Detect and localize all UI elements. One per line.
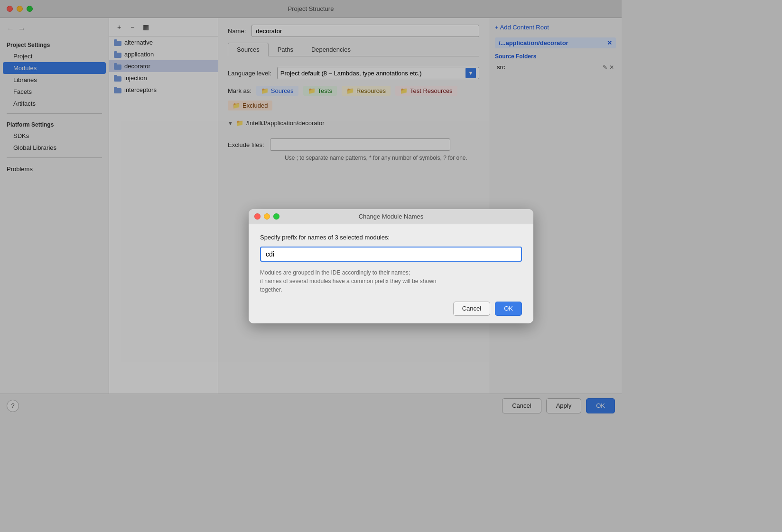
modal-prompt: Specify prefix for names of 3 selected m…	[260, 234, 522, 241]
modal-title: Change Module Names	[359, 213, 424, 220]
modal-close-button[interactable]	[254, 213, 261, 220]
modal-titlebar: Change Module Names	[249, 209, 533, 224]
modal-dialog: Change Module Names Specify prefix for n…	[249, 209, 533, 323]
modal-minimize-button[interactable]	[264, 213, 270, 220]
modal-body: Specify prefix for names of 3 selected m…	[249, 224, 533, 323]
modal-hint: Modules are grouped in the IDE according…	[260, 268, 522, 294]
modal-buttons: Cancel OK	[260, 302, 522, 316]
modal-window-controls	[254, 213, 279, 220]
modal-prefix-input[interactable]	[260, 247, 522, 262]
modal-maximize-button[interactable]	[273, 213, 279, 220]
modal-cancel-button[interactable]: Cancel	[453, 302, 490, 316]
modal-ok-button[interactable]: OK	[495, 302, 522, 316]
modal-overlay: Change Module Names Specify prefix for n…	[0, 0, 622, 417]
